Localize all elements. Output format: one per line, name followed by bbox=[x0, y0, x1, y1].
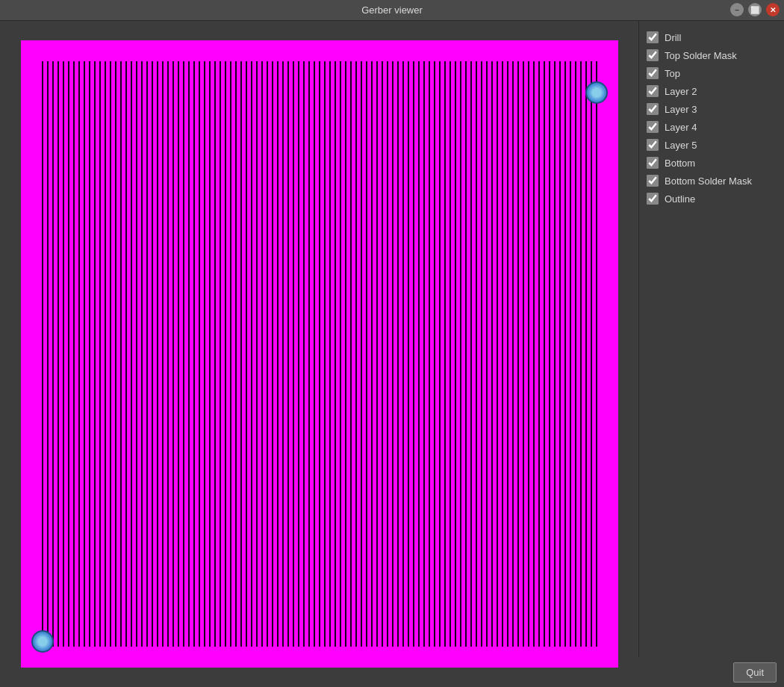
pcb-inner-layer bbox=[42, 61, 597, 647]
layer-checkbox-layer5[interactable] bbox=[647, 139, 659, 151]
layer-checkbox-top[interactable] bbox=[647, 67, 659, 79]
layer-label-layer3: Layer 3 bbox=[665, 104, 697, 115]
layer-checkbox-bottom-solder-mask[interactable] bbox=[647, 175, 659, 187]
layer-item-drill[interactable]: Drill bbox=[645, 28, 778, 46]
layer-item-outline[interactable]: Outline bbox=[645, 190, 778, 208]
drill-hole-top-right bbox=[585, 81, 608, 104]
sidebar: DrillTop Solder MaskTopLayer 2Layer 3Lay… bbox=[638, 21, 784, 687]
layer-label-bottom-solder-mask: Bottom Solder Mask bbox=[665, 175, 752, 187]
layer-item-layer2[interactable]: Layer 2 bbox=[645, 82, 778, 100]
restore-button[interactable]: ⬜ bbox=[748, 3, 762, 16]
layer-item-bottom-solder-mask[interactable]: Bottom Solder Mask bbox=[645, 172, 778, 190]
canvas-area bbox=[0, 21, 638, 687]
layer-checkbox-top-solder-mask[interactable] bbox=[647, 49, 659, 61]
layer-item-top[interactable]: Top bbox=[645, 64, 778, 82]
titlebar: Gerber viewer – ⬜ ✕ bbox=[0, 0, 784, 21]
layer-item-bottom[interactable]: Bottom bbox=[645, 154, 778, 172]
layer-label-top: Top bbox=[665, 68, 680, 79]
layer-checkbox-layer3[interactable] bbox=[647, 103, 659, 115]
layer-label-top-solder-mask: Top Solder Mask bbox=[665, 50, 737, 61]
minimize-button[interactable]: – bbox=[730, 3, 744, 16]
drill-hole-bottom-left bbox=[31, 630, 54, 653]
close-button[interactable]: ✕ bbox=[766, 3, 780, 16]
layer-checkbox-drill[interactable] bbox=[647, 31, 659, 43]
layer-label-layer4: Layer 4 bbox=[665, 122, 697, 133]
layer-item-layer3[interactable]: Layer 3 bbox=[645, 100, 778, 118]
layer-label-layer5: Layer 5 bbox=[665, 140, 697, 151]
window-title: Gerber viewer bbox=[361, 4, 423, 16]
pcb-board bbox=[21, 40, 618, 668]
layer-checkbox-layer4[interactable] bbox=[647, 121, 659, 133]
window-controls: – ⬜ ✕ bbox=[730, 3, 780, 16]
layer-checkbox-outline[interactable] bbox=[647, 193, 659, 205]
layer-item-layer5[interactable]: Layer 5 bbox=[645, 136, 778, 154]
layer-checkbox-bottom[interactable] bbox=[647, 157, 659, 169]
layer-checkbox-layer2[interactable] bbox=[647, 85, 659, 97]
layer-item-top-solder-mask[interactable]: Top Solder Mask bbox=[645, 46, 778, 64]
bottombar: Quit bbox=[638, 657, 784, 687]
layers-container: DrillTop Solder MaskTopLayer 2Layer 3Lay… bbox=[645, 28, 778, 208]
layer-item-layer4[interactable]: Layer 4 bbox=[645, 118, 778, 136]
layer-label-layer2: Layer 2 bbox=[665, 86, 697, 97]
main-layout: DrillTop Solder MaskTopLayer 2Layer 3Lay… bbox=[0, 21, 784, 687]
layer-label-drill: Drill bbox=[665, 32, 681, 43]
layer-label-bottom: Bottom bbox=[665, 158, 695, 169]
layer-label-outline: Outline bbox=[665, 193, 695, 205]
quit-button[interactable]: Quit bbox=[733, 662, 777, 683]
